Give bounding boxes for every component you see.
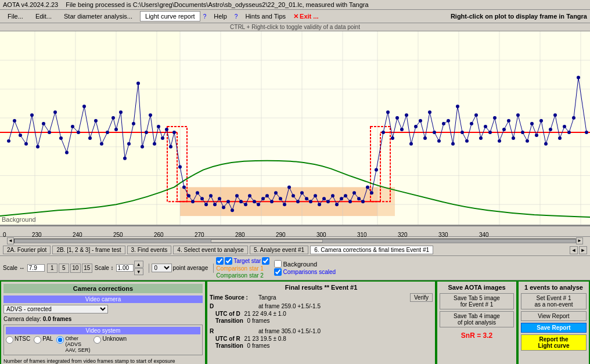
svg-text:Background: Background <box>2 216 36 223</box>
star-diameter-menu[interactable]: Star diameter analysis... <box>59 12 137 21</box>
r-row: R at frame 305.0 +1.5/-1.0 <box>210 328 433 334</box>
background-label: Background <box>283 261 317 268</box>
comparisons-scaled-checkbox[interactable] <box>274 268 282 276</box>
transition-d-row: Transition 0 frames <box>215 318 433 324</box>
x-label-300: 300 <box>316 232 326 238</box>
scale-v-down-button[interactable]: ▼ <box>134 268 143 275</box>
verify-button[interactable]: Verify <box>410 293 433 302</box>
scroll-thumb[interactable] <box>211 239 323 243</box>
point-avg-label: point average <box>173 265 208 271</box>
comparisons-scaled-row: Comparisons scaled <box>274 268 336 276</box>
ntsc-radio[interactable] <box>6 336 13 344</box>
x-label-250: 250 <box>113 232 123 238</box>
tab-frame-test[interactable]: 2B. [1, 2 & 3] - frame test <box>52 246 125 254</box>
x-label-270: 270 <box>195 232 204 238</box>
bottom-main: Camera corrections Video camera ADVS - c… <box>0 280 590 364</box>
scroll-right-arrow[interactable]: ► <box>576 237 583 244</box>
tab-select-event[interactable]: 4. Select event to analyse <box>173 246 248 254</box>
help-menu[interactable]: Help <box>209 12 232 21</box>
set-event-button[interactable]: Set Event # 1 as a non-event <box>521 293 587 309</box>
d-row: D at frame 259.0 +1.5/-1.5 <box>210 303 433 309</box>
title-bar: AOTA v4.2024.2.23 File being processed i… <box>0 0 590 10</box>
tab-analyse-event[interactable]: 5. Analyse event #1 <box>250 246 308 254</box>
snr-display: SnR = 3.2 <box>440 331 514 340</box>
hints-icon[interactable]: ? <box>235 13 238 20</box>
transition-r-value: 0 frames <box>247 343 270 349</box>
utc-r-value: 21 23 19.5 ± 0.8 <box>244 336 286 342</box>
x-label-240: 240 <box>73 232 82 238</box>
unknown-option: Unknown <box>93 336 127 344</box>
r-label: R <box>210 328 256 334</box>
x-label-290: 290 <box>276 232 286 238</box>
view-report-button[interactable]: View Report <box>521 311 587 321</box>
target-star-checkbox2[interactable] <box>225 257 232 265</box>
tab-next-arrow[interactable]: ► <box>579 246 587 254</box>
camera-corrections-panel: Camera corrections Video camera ADVS - c… <box>0 280 206 364</box>
scale-presets: 1 5 10 15 <box>47 264 92 273</box>
scale-10-button[interactable]: 10 <box>70 264 81 273</box>
background-checkbox[interactable] <box>274 260 282 268</box>
tab-strip: 2A. Fourier plot 2B. [1, 2 & 3] - frame … <box>0 244 590 256</box>
tab-arrows: ◄ ► <box>570 246 587 254</box>
horizontal-scrollbar[interactable]: ◄ ► <box>0 236 590 244</box>
tab-prev-arrow[interactable]: ◄ <box>570 246 578 254</box>
other-radio[interactable] <box>56 336 64 344</box>
tab-find-events[interactable]: 3. Find events <box>127 246 172 254</box>
file-menu[interactable]: File... <box>3 12 28 21</box>
num-frames-label: Number of frames integrated from video f… <box>3 358 203 364</box>
report-curve-button[interactable]: Report the Light curve <box>521 334 587 351</box>
target-star-row: Target star <box>216 257 269 265</box>
video-camera-select[interactable]: ADVS - corrected <box>3 305 108 313</box>
other-option: Other (ADVS AAV, SER) <box>56 336 90 353</box>
background-row: Background <box>274 260 336 268</box>
point-avg-select[interactable]: 0123 <box>152 264 172 272</box>
x-label-0: 0 <box>3 232 6 238</box>
controls-row: Scale ↔ 1 5 10 15 Scale ↕ ▲ ▼ 0123 point… <box>0 256 590 280</box>
scale-v-label: Scale ↕ <box>95 265 114 271</box>
hints-menu[interactable]: Hints and Tips <box>240 12 290 21</box>
final-results-title: Final results ** Event #1 <box>210 284 433 291</box>
plot-area: Unknown Background image Plot analysis <box>0 31 590 226</box>
final-results-panel: Final results ** Event #1 Time Source : … <box>206 280 436 364</box>
light-curve-report-menu[interactable]: Light curve report <box>140 11 200 21</box>
help-icon[interactable]: ? <box>203 13 207 20</box>
save-aota-title: Save AOTA images <box>440 284 514 291</box>
scale-h-input[interactable] <box>27 264 45 272</box>
save-tab5-button[interactable]: Save Tab 5 image for Event # 1 <box>440 293 514 309</box>
save-tab4-button[interactable]: Save Tab 4 image of plot analysis <box>440 311 514 327</box>
unknown-radio[interactable] <box>93 336 101 344</box>
video-system-options: NTSC PAL Other (ADVS AAV, SER) Unkn <box>6 336 200 353</box>
save-report-button[interactable]: Save Report <box>521 323 587 333</box>
x-label-280: 280 <box>235 232 245 238</box>
camera-corrections-title: Camera corrections <box>3 284 203 293</box>
scale-5-button[interactable]: 5 <box>59 264 69 273</box>
tab-camera-corrections[interactable]: 6. Camera corrections & final times Even… <box>310 246 433 254</box>
scroll-track[interactable] <box>14 239 576 243</box>
exit-label: Exit ... <box>300 13 318 20</box>
pal-option: PAL <box>34 336 53 344</box>
scale-v-input[interactable] <box>116 264 134 272</box>
star-checkboxes: Target star Comparison star 1 Comparison… <box>216 257 269 279</box>
scroll-left-arrow[interactable]: ◄ <box>7 237 14 244</box>
scale-1-button[interactable]: 1 <box>47 264 57 273</box>
target-star-checkbox[interactable] <box>216 257 224 265</box>
x-label-330: 330 <box>438 232 448 238</box>
tab-fourier[interactable]: 2A. Fourier plot <box>3 246 51 254</box>
camera-delay-row: Camera delay: 0.0 frames <box>3 316 203 322</box>
exit-button[interactable]: ✕ Exit ... <box>293 13 318 20</box>
x-label-260: 260 <box>154 232 164 238</box>
transition-r-row: Transition 0 frames <box>215 343 433 349</box>
utc-d-value: 21 22 49.4 ± 1.0 <box>244 311 286 317</box>
transition-d-label: Transition <box>215 318 243 324</box>
pal-radio[interactable] <box>34 336 41 344</box>
r-value: at frame 305.0 +1.5/-1.0 <box>258 328 321 334</box>
scale-15-button[interactable]: 15 <box>82 264 92 273</box>
time-source-value: Tangra <box>258 294 276 301</box>
target-star-checkbox3[interactable] <box>262 257 269 265</box>
plot-svg: Unknown Background image Plot analysis <box>0 31 590 225</box>
other-label: Other (ADVS AAV, SER) <box>65 336 90 353</box>
edit-menu[interactable]: Edit... <box>31 12 56 21</box>
scale-v-up-button[interactable]: ▲ <box>134 261 143 268</box>
events-title: 1 events to analyse <box>521 284 587 291</box>
events-panel: 1 events to analyse Set Event # 1 as a n… <box>517 280 590 364</box>
